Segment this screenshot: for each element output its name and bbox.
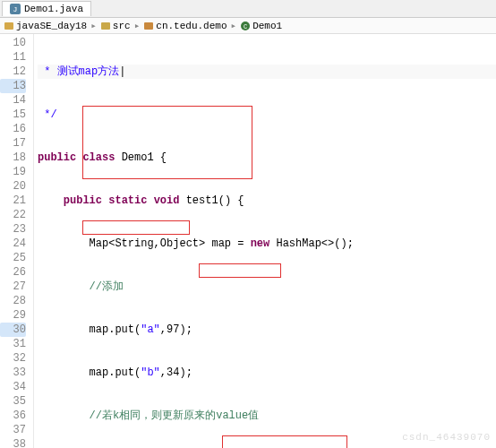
chevron-right-icon: ▸ [231, 20, 237, 31]
highlight-box [222, 435, 347, 448]
code-area[interactable]: * 测试map方法| */ public class Demo1 { publi… [34, 34, 496, 448]
highlight-box [82, 220, 190, 235]
svg-rect-4 [144, 22, 153, 30]
breadcrumb-src[interactable]: src [100, 21, 131, 31]
line-gutter: 10 11 12 13 14 15 16 17 18 19 20 21 22 2… [0, 34, 34, 448]
watermark: csdn_46439070 [402, 430, 491, 444]
svg-text:C: C [244, 23, 247, 30]
breadcrumb-project[interactable]: javaSE_day18 [4, 21, 87, 31]
breadcrumb-package[interactable]: cn.tedu.demo [143, 21, 227, 31]
svg-rect-2 [4, 22, 13, 30]
tab-label: Demo1.java [24, 4, 83, 14]
editor-tab[interactable]: J Demo1.java [2, 1, 91, 16]
breadcrumb-class[interactable]: CDemo1 [240, 21, 282, 31]
highlight-box [199, 263, 281, 278]
breadcrumb: javaSE_day18 ▸ src ▸ cn.tedu.demo ▸ CDem… [0, 18, 496, 34]
tab-bar: J Demo1.java [0, 0, 496, 18]
chevron-right-icon: ▸ [90, 20, 97, 31]
svg-rect-3 [101, 22, 110, 30]
java-file-icon: J [10, 4, 21, 14]
svg-text:J: J [13, 5, 18, 13]
chevron-right-icon: ▸ [134, 20, 141, 31]
code-editor[interactable]: 10 11 12 13 14 15 16 17 18 19 20 21 22 2… [0, 34, 496, 448]
code-text: 测试map方法 [57, 65, 120, 78]
